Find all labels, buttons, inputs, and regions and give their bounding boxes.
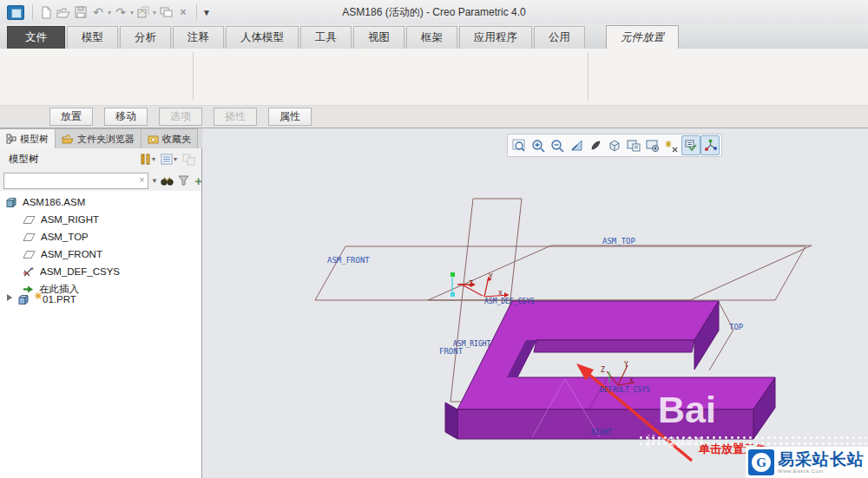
tree-item-asm-def-csys[interactable]: ASM_DEF_CSYS bbox=[23, 263, 120, 280]
label-right[interactable]: RIGHT bbox=[591, 429, 612, 436]
divider bbox=[196, 4, 197, 20]
expand-arrow-icon[interactable] bbox=[7, 294, 12, 301]
tree-item-assembly[interactable]: ASM186.ASM bbox=[5, 193, 85, 211]
creo-app-icon[interactable] bbox=[7, 5, 24, 20]
display-style-icon[interactable] bbox=[586, 135, 605, 155]
favorites-icon bbox=[148, 134, 159, 144]
datum-plane-icon bbox=[23, 232, 36, 242]
view-manager-icon[interactable] bbox=[624, 135, 643, 155]
zoom-in-icon[interactable] bbox=[529, 135, 548, 155]
panel-tab-placement[interactable]: 放置 bbox=[49, 108, 93, 126]
part-left-face[interactable] bbox=[445, 403, 457, 439]
clear-search-icon[interactable]: × bbox=[139, 174, 144, 185]
open-file-icon[interactable] bbox=[55, 3, 72, 21]
axis-z-label: Z bbox=[601, 366, 605, 374]
dragger-green-handle[interactable] bbox=[450, 272, 455, 277]
panel-tab-flexibility: 挠性 bbox=[214, 108, 257, 126]
tree-item-asm-right[interactable]: ASM_RIGHT bbox=[23, 211, 99, 228]
spin-center-icon[interactable] bbox=[700, 135, 720, 155]
tree-columns-dropdown-icon[interactable]: ▾ bbox=[174, 155, 177, 163]
tab-tools[interactable]: 工具 bbox=[300, 26, 352, 49]
panel-tab-move[interactable]: 移动 bbox=[104, 108, 148, 126]
tab-file[interactable]: 文件 bbox=[7, 26, 65, 49]
dragger-cyan-handle[interactable] bbox=[450, 292, 455, 297]
label-front[interactable]: FRONT bbox=[439, 347, 464, 356]
save-icon[interactable] bbox=[72, 3, 89, 21]
undo-dropdown-icon[interactable]: ▾ bbox=[108, 9, 111, 16]
folder-icon bbox=[62, 134, 74, 144]
quick-access-toolbar: ↶ ▾ ↷ ▾ ▾ × ▼ bbox=[3, 3, 212, 22]
asm-front-plane[interactable] bbox=[315, 246, 806, 300]
label-top[interactable]: TOP bbox=[729, 323, 744, 331]
site-logo: G 易采站长站 Www.Easck.Com bbox=[746, 447, 868, 478]
tree-filters-dropdown-icon[interactable]: ▾ bbox=[152, 155, 155, 163]
model-tree-title: 模型树 bbox=[9, 153, 39, 166]
tree-item-asm-front[interactable]: ASM_FRONT bbox=[23, 246, 102, 263]
datum-display-icon[interactable] bbox=[662, 135, 681, 155]
add-filter-icon[interactable]: + bbox=[194, 174, 202, 188]
tab-model-tree[interactable]: 模型树 bbox=[0, 128, 56, 148]
zoom-out-icon[interactable] bbox=[548, 135, 567, 155]
display-settings-icon[interactable] bbox=[643, 135, 662, 155]
repaint-icon[interactable] bbox=[567, 135, 586, 155]
tab-applications[interactable]: 应用程序 bbox=[459, 26, 532, 49]
new-file-icon[interactable] bbox=[37, 3, 55, 21]
site-url: Www.Easck.Com bbox=[778, 468, 865, 474]
tree-item-part[interactable]: 01.PRT bbox=[17, 291, 76, 308]
datum-plane-icon bbox=[23, 250, 36, 259]
regenerate-icon[interactable] bbox=[135, 3, 152, 21]
datum-plane-icon bbox=[23, 215, 36, 225]
tab-utilities[interactable]: 公用 bbox=[534, 26, 585, 49]
move-dragger[interactable] bbox=[450, 272, 476, 297]
label-asm-def-csys[interactable]: ASM_DEF_CSYS bbox=[484, 298, 535, 305]
label-default-csys[interactable]: DEFAULT_CSYS bbox=[600, 386, 650, 394]
tree-settings-icon bbox=[182, 154, 195, 166]
filter-icon[interactable] bbox=[178, 175, 189, 186]
tab-annotate[interactable]: 注释 bbox=[173, 26, 224, 49]
model-tree-icon bbox=[6, 134, 16, 144]
label-asm-top[interactable]: ASM_TOP bbox=[602, 237, 636, 246]
main-area: 模型树 文件夹浏览器 收藏夹 模型树 ▾ ▾ bbox=[0, 128, 868, 478]
graphics-area[interactable]: Z Y x Z Y x bbox=[202, 128, 868, 478]
tree-filters-icon[interactable] bbox=[140, 154, 151, 166]
tab-framework[interactable]: 框架 bbox=[406, 26, 457, 49]
part-back-arm-front-face[interactable] bbox=[534, 340, 694, 352]
panel-tab-properties[interactable]: 属性 bbox=[268, 108, 312, 126]
annotation-display-icon[interactable] bbox=[681, 135, 700, 155]
redo-icon[interactable]: ↷ bbox=[112, 3, 129, 21]
tab-view[interactable]: 视图 bbox=[353, 26, 404, 49]
redo-dropdown-icon[interactable]: ▾ bbox=[130, 9, 134, 16]
easck-logo-icon: G bbox=[748, 449, 774, 475]
model-tree: ASM186.ASM ASM_RIGHT ASM_TOP bbox=[0, 191, 201, 478]
divider bbox=[588, 52, 589, 101]
component-01-prt[interactable] bbox=[445, 301, 775, 439]
tab-folder-browser[interactable]: 文件夹浏览器 bbox=[56, 128, 141, 148]
watermark-baidu: Bai bbox=[658, 389, 716, 431]
search-input[interactable] bbox=[6, 174, 135, 187]
dragger-red-arrow[interactable] bbox=[470, 282, 476, 287]
ribbon-tab-strip: 文件 模型 分析 注释 人体模型 工具 视图 框架 应用程序 公用 元件放置 bbox=[0, 24, 868, 49]
search-box[interactable]: × bbox=[3, 173, 148, 189]
search-dropdown-icon[interactable]: ▾ bbox=[153, 176, 157, 185]
asm-def-csys-triad[interactable]: Z Y x bbox=[460, 273, 509, 298]
saved-orientations-icon[interactable] bbox=[605, 135, 624, 155]
tab-manikin[interactable]: 人体模型 bbox=[226, 26, 299, 49]
datum-planes[interactable] bbox=[315, 199, 812, 402]
tab-analysis[interactable]: 分析 bbox=[120, 26, 171, 49]
close-window-icon[interactable]: × bbox=[174, 3, 192, 21]
3d-scene: Z Y x Z Y x bbox=[202, 128, 868, 478]
tree-columns-icon[interactable] bbox=[161, 154, 173, 165]
label-asm-front[interactable]: ASM_FRONT bbox=[327, 256, 370, 265]
tab-model[interactable]: 模型 bbox=[67, 26, 118, 49]
find-binoculars-icon[interactable] bbox=[161, 176, 174, 186]
customize-qat-icon[interactable]: ▼ bbox=[202, 8, 211, 17]
windows-icon[interactable] bbox=[157, 3, 174, 21]
regenerate-dropdown-icon[interactable]: ▾ bbox=[153, 9, 156, 16]
undo-icon[interactable]: ↶ bbox=[89, 3, 107, 21]
divider bbox=[32, 4, 33, 20]
refit-icon[interactable] bbox=[510, 135, 529, 155]
tree-item-asm-top[interactable]: ASM_TOP bbox=[23, 228, 89, 246]
tab-favorites[interactable]: 收藏夹 bbox=[141, 128, 198, 148]
tab-component-placement[interactable]: 元件放置 bbox=[606, 25, 679, 49]
axis-x-label: x bbox=[629, 377, 634, 384]
